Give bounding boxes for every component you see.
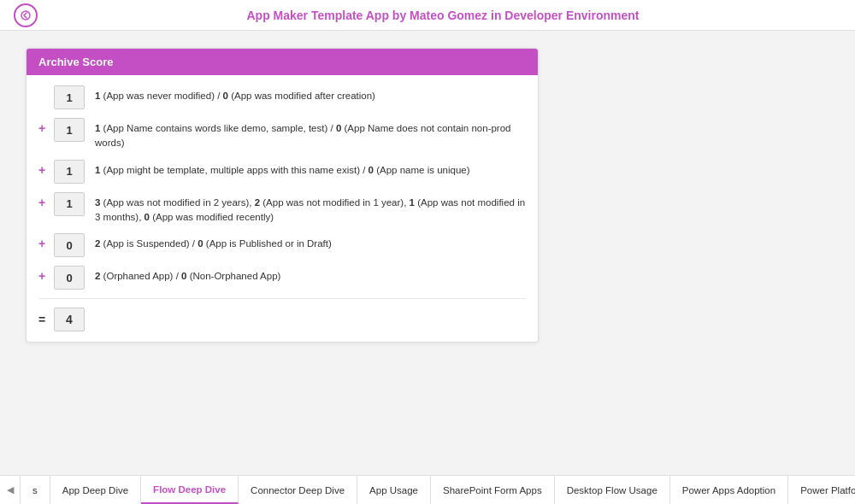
score-number: 1 <box>54 85 85 109</box>
score-row: 11 (App was never modified) / 0 (App was… <box>38 85 526 109</box>
tab-item-app-deep-dive[interactable]: App Deep Dive <box>50 476 141 504</box>
score-row: +02 (App is Suspended) / 0 (App is Publi… <box>38 233 526 257</box>
score-number: 1 <box>54 160 85 184</box>
tab-item-desktop-flow-usage[interactable]: Desktop Flow Usage <box>555 476 670 504</box>
score-row: +02 (Orphaned App) / 0 (Non-Orphaned App… <box>38 266 526 290</box>
score-description: 1 (App was never modified) / 0 (App was … <box>95 85 526 103</box>
score-number: 0 <box>54 266 85 290</box>
back-button[interactable] <box>14 3 38 27</box>
tab-item-connector-deep-dive[interactable]: Connector Deep Dive <box>239 476 357 504</box>
score-description: 1 (App Name contains words like demo, sa… <box>95 118 526 151</box>
score-row: +11 (App Name contains words like demo, … <box>38 118 526 151</box>
score-row: +11 (App might be template, multiple app… <box>38 160 526 184</box>
score-operator: + <box>38 192 54 209</box>
score-description: 3 (App was not modified in 2 years), 2 (… <box>95 192 526 226</box>
tab-item-sharepoint-form-apps[interactable]: SharePoint Form Apps <box>431 476 555 504</box>
score-operator: + <box>38 118 54 135</box>
tab-item-power-apps-adoption[interactable]: Power Apps Adoption <box>670 476 788 504</box>
score-number: 0 <box>54 233 85 257</box>
total-number: 4 <box>54 308 85 331</box>
main-content: Archive Score 11 (App was never modified… <box>0 31 855 475</box>
svg-point-0 <box>21 11 30 20</box>
score-description: 2 (App is Suspended) / 0 (App is Publish… <box>95 233 526 251</box>
archive-score-header: Archive Score <box>27 49 538 75</box>
score-description: 2 (Orphaned App) / 0 (Non-Orphaned App) <box>95 266 526 284</box>
score-number: 1 <box>54 192 85 216</box>
tab-item-flow-deep-dive[interactable]: Flow Deep Dive <box>141 476 239 504</box>
equals-sign: = <box>38 313 54 326</box>
header: App Maker Template App by Mateo Gomez in… <box>0 0 855 31</box>
archive-score-body: 11 (App was never modified) / 0 (App was… <box>27 75 538 342</box>
score-operator: + <box>38 160 54 177</box>
score-description: 1 (App might be template, multiple apps … <box>95 160 526 178</box>
score-operator <box>38 85 54 89</box>
total-row: = 4 <box>38 308 526 331</box>
tab-item-app-usage[interactable]: App Usage <box>357 476 431 504</box>
tab-bar: ◀ sApp Deep DiveFlow Deep DiveConnector … <box>0 475 855 504</box>
score-operator: + <box>38 233 54 250</box>
tab-item-power-platform-yoy-ac[interactable]: Power Platform YoY Ac... <box>788 476 855 504</box>
tab-scroll-left[interactable]: ◀ <box>0 476 21 504</box>
score-number: 1 <box>54 118 85 142</box>
tab-item-s[interactable]: s <box>21 476 50 504</box>
divider <box>38 298 526 299</box>
score-row: +13 (App was not modified in 2 years), 2… <box>38 192 526 226</box>
page-title: App Maker Template App by Mateo Gomez in… <box>44 9 841 22</box>
score-operator: + <box>38 266 54 283</box>
archive-score-card: Archive Score 11 (App was never modified… <box>26 48 539 343</box>
